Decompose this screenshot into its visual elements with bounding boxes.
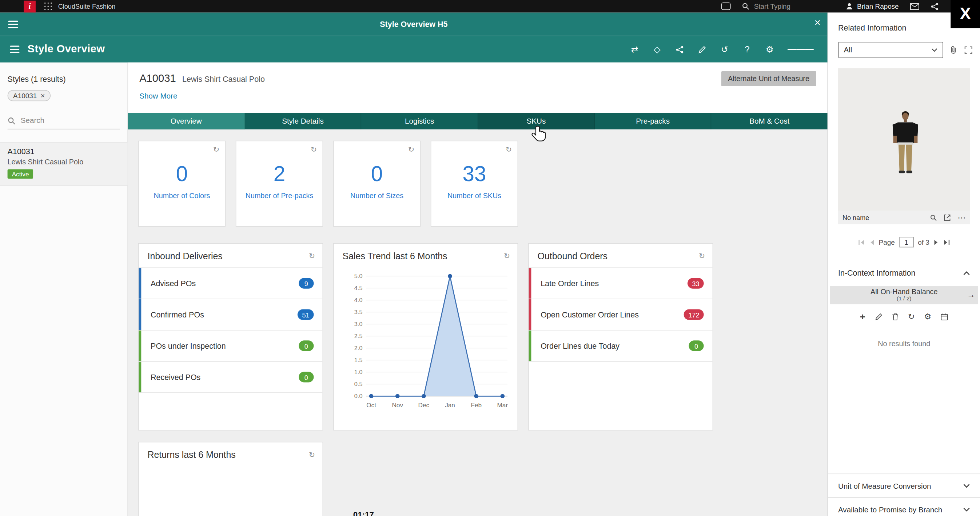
refresh-icon[interactable]: ↻	[699, 252, 705, 260]
row-order-lines-due-today[interactable]: Order Lines due Today 0	[529, 330, 713, 362]
kpi-number-of-pre-packs: ↻ 2 Number of Pre-packs	[236, 141, 323, 227]
row-open-customer-order-lines[interactable]: Open Customer Order Lines 172	[529, 299, 713, 330]
style-list-item[interactable]: A10031 Lewis Shirt Casual Polo Active	[0, 142, 127, 186]
kpi-number-of-colors: ↻ 0 Number of Colors	[138, 141, 226, 227]
kpi-label: Number of Sizes	[334, 192, 420, 199]
tab-logistics[interactable]: Logistics	[361, 113, 478, 129]
mail-icon[interactable]	[910, 3, 920, 10]
share-icon[interactable]	[931, 2, 939, 10]
row-advised-pos[interactable]: Advised POs 9	[138, 268, 322, 299]
status-badge: Active	[8, 170, 33, 179]
last-page-icon[interactable]	[943, 239, 950, 245]
kpi-label: Number of Pre-packs	[236, 192, 322, 199]
refresh-icon[interactable]: ↻	[309, 252, 315, 260]
alternate-uom-button[interactable]: Alternate Unit of Measure	[721, 71, 816, 86]
count-badge: 9	[299, 278, 313, 289]
related-filter-select[interactable]: All	[838, 42, 943, 58]
calendar-icon[interactable]	[941, 313, 948, 321]
help-icon[interactable]: ?	[743, 44, 752, 54]
first-page-icon[interactable]	[858, 239, 865, 245]
refresh-icon[interactable]: ↻	[908, 312, 915, 321]
history-icon[interactable]: ↺	[720, 44, 729, 54]
edit-icon[interactable]	[697, 46, 707, 54]
row-late-order-lines[interactable]: Late Order Lines 33	[529, 268, 713, 299]
row-color-bar	[529, 268, 531, 298]
chevron-down-icon	[963, 507, 970, 512]
main-content: A10031 Lewis Shirt Casual Polo Show More…	[128, 62, 827, 516]
diamond-icon[interactable]: ◇	[652, 44, 662, 54]
refresh-icon[interactable]: ↻	[311, 146, 317, 153]
swap-icon[interactable]: ⇄	[630, 44, 640, 54]
prev-page-icon[interactable]	[869, 239, 875, 245]
image-preview-icon[interactable]	[930, 214, 937, 221]
refresh-icon[interactable]: ↻	[213, 146, 220, 153]
settings-gear-icon[interactable]: ⚙	[765, 44, 775, 54]
svg-text:1.5: 1.5	[354, 357, 363, 363]
display-icon[interactable]	[721, 3, 731, 10]
chevron-down-icon	[931, 48, 937, 52]
chip-close-icon[interactable]: ×	[41, 92, 45, 100]
window-close-icon[interactable]: ×	[815, 17, 821, 28]
share-icon[interactable]	[675, 46, 685, 54]
refresh-icon[interactable]: ↻	[408, 146, 414, 153]
no-results-message: No results found	[828, 340, 980, 348]
kpi-value: 0	[138, 162, 225, 186]
style-name: Lewis Shirt Casual Polo	[182, 75, 265, 84]
section-uom-conversion[interactable]: Unit of Measure Conversion	[828, 474, 980, 498]
global-search[interactable]: Start Typing	[742, 3, 835, 10]
svg-text:Oct: Oct	[366, 402, 376, 409]
row-confirmed-pos[interactable]: Confirmed POs 51	[138, 299, 322, 330]
tab-overview[interactable]: Overview	[128, 113, 245, 129]
arrow-right-icon[interactable]: →	[967, 291, 975, 298]
show-more-link[interactable]: Show More	[139, 92, 177, 101]
count-badge: 172	[684, 309, 703, 320]
filter-chip[interactable]: A10031 ×	[8, 90, 51, 101]
row-color-bar	[138, 299, 141, 330]
menu-icon[interactable]	[8, 19, 18, 30]
tab-style-details[interactable]: Style Details	[245, 113, 361, 129]
returns-card: Returns last 6 Months ↻	[138, 442, 323, 516]
sidebar-search[interactable]: Search	[8, 116, 120, 129]
row-pos-under-inspection[interactable]: POs under Inspection 0	[138, 330, 322, 362]
drawer-menu-icon[interactable]	[10, 44, 19, 55]
row-color-bar	[138, 362, 141, 392]
delete-icon[interactable]	[892, 313, 899, 321]
sales-trend-chart: 0.00.51.01.52.02.53.03.54.04.55.0OctNovD…	[334, 267, 517, 412]
fullscreen-icon[interactable]	[964, 46, 972, 54]
open-external-icon[interactable]	[943, 214, 951, 221]
tab-pre-packs[interactable]: Pre-packs	[595, 113, 711, 129]
tab-bom-cost[interactable]: BoM & Cost	[711, 113, 827, 129]
more-options-icon[interactable]: ⋯	[958, 213, 966, 222]
add-icon[interactable]: +	[860, 312, 865, 321]
refresh-icon[interactable]: ↻	[504, 252, 510, 260]
row-color-bar	[138, 268, 141, 298]
overflow-menu-icon[interactable]	[788, 47, 814, 52]
chevron-up-icon[interactable]	[963, 271, 970, 275]
styles-sidebar: Styles (1 results) A10031 × Search A1003…	[0, 62, 128, 516]
settings-gear-icon[interactable]: ⚙	[924, 312, 931, 321]
application-window: i CloudSuite Fashion Start Typing Brian …	[0, 0, 980, 516]
row-color-bar	[138, 330, 141, 361]
app-grid-icon[interactable]	[45, 3, 52, 10]
refresh-icon[interactable]: ↻	[506, 146, 512, 153]
svg-text:3.5: 3.5	[354, 309, 363, 315]
section-atp-by-branch[interactable]: Available to Promise by Branch	[828, 498, 980, 516]
tab-skus[interactable]: SKUs	[478, 113, 595, 129]
kpi-label: Number of SKUs	[431, 192, 517, 199]
edit-icon[interactable]	[875, 313, 883, 321]
in-context-selected-item[interactable]: All On-Hand Balance (1 / 2) →	[830, 286, 978, 304]
close-overlay-button[interactable]: X	[951, 0, 980, 28]
next-page-icon[interactable]	[934, 239, 939, 245]
card-title: Returns last 6 Months	[147, 450, 235, 460]
page-input[interactable]	[899, 237, 914, 247]
row-received-pos[interactable]: Received POs 0	[138, 362, 322, 393]
inbound-deliveries-card: Inbound Deliveries ↻ Advised POs 9	[138, 243, 323, 430]
page-title: Style Overview	[28, 43, 105, 56]
user-menu[interactable]: Brian Rapose	[846, 3, 899, 10]
model-photo-placeholder	[871, 77, 937, 211]
count-badge: 0	[689, 340, 703, 351]
refresh-icon[interactable]: ↻	[309, 451, 315, 459]
outbound-orders-card: Outbound Orders ↻ Late Order Lines 33	[528, 243, 713, 430]
attachment-icon[interactable]	[950, 46, 958, 54]
row-color-bar	[529, 330, 531, 361]
